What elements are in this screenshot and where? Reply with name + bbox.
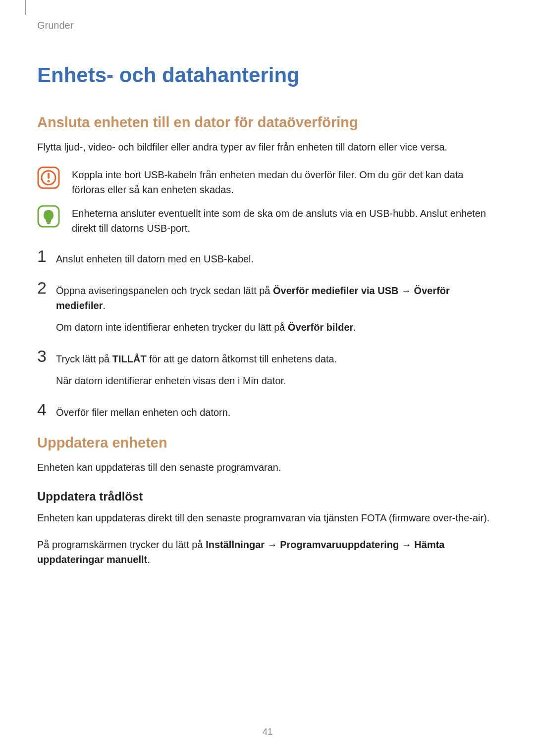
step-2-text: Öppna aviseringspanelen och tryck sedan …: [56, 283, 498, 313]
svg-rect-2: [48, 173, 50, 179]
page-number: 41: [0, 727, 535, 737]
header-rule: [25, 0, 26, 15]
step-number: 3: [37, 348, 53, 364]
subsection-title-wireless: Uppdatera trådlöst: [37, 490, 498, 504]
step-1-text: Anslut enheten till datorn med en USB-ka…: [56, 252, 254, 266]
section-title-connect: Ansluta enheten till en dator för dataöv…: [37, 114, 498, 131]
callout-info-text: Enheterna ansluter eventuellt inte som d…: [72, 205, 498, 236]
callout-warning: Koppla inte bort USB-kabeln från enheten…: [37, 166, 498, 197]
wireless-p1: Enheten kan uppdateras direkt till den s…: [37, 510, 498, 525]
page-title: Enhets- och datahantering: [37, 63, 498, 87]
step-1: 1 Anslut enheten till datorn med en USB-…: [37, 248, 498, 266]
step-3-subtext: När datorn identifierar enheten visas de…: [56, 373, 337, 388]
callout-info: Enheterna ansluter eventuellt inte som d…: [37, 205, 498, 236]
step-2-subtext: Om datorn inte identifierar enheten tryc…: [56, 320, 498, 335]
step-4: 4 Överför filer mellan enheten och dator…: [37, 401, 498, 420]
section-title-update: Uppdatera enheten: [37, 435, 498, 451]
warning-icon: [37, 166, 62, 191]
breadcrumb: Grunder: [37, 20, 498, 31]
step-3-text: Tryck lätt på TILLÅT för att ge datorn å…: [56, 352, 337, 366]
step-list: 1 Anslut enheten till datorn med en USB-…: [37, 248, 498, 420]
step-number: 1: [37, 248, 53, 264]
step-3: 3 Tryck lätt på TILLÅT för att ge datorn…: [37, 348, 498, 388]
page-content: Grunder Enhets- och datahantering Anslut…: [0, 0, 535, 567]
svg-rect-5: [47, 222, 51, 224]
step-2: 2 Öppna aviseringspanelen och tryck seda…: [37, 279, 498, 335]
callout-warning-text: Koppla inte bort USB-kabeln från enheten…: [72, 166, 498, 197]
intro-connect: Flytta ljud-, video- och bildfiler eller…: [37, 140, 498, 154]
intro-update: Enheten kan uppdateras till den senaste …: [37, 460, 498, 475]
wireless-p2: På programskärmen trycker du lätt på Ins…: [37, 537, 498, 567]
svg-point-3: [48, 180, 50, 183]
info-icon: [37, 205, 62, 230]
step-4-text: Överför filer mellan enheten och datorn.: [56, 405, 230, 420]
step-number: 4: [37, 401, 53, 418]
step-number: 2: [37, 279, 53, 296]
